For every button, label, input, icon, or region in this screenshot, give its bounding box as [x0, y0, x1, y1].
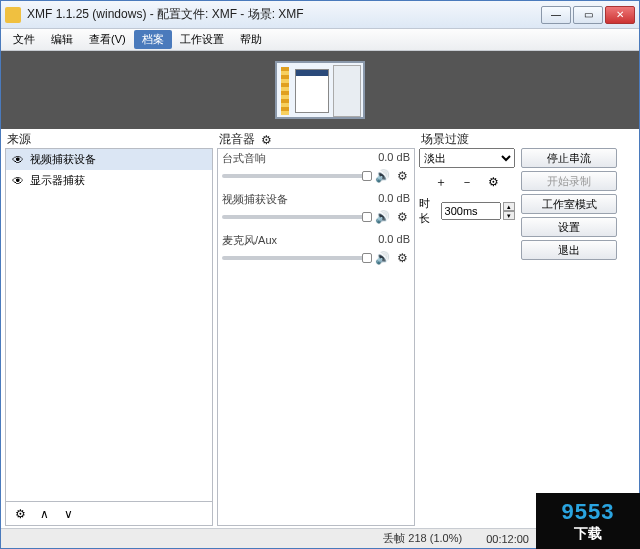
- menu-edit[interactable]: 编辑: [43, 30, 81, 49]
- gear-icon[interactable]: ⚙: [394, 209, 410, 225]
- mixer-channel: 视频捕获设备 0.0 dB 🔊 ⚙: [218, 190, 414, 231]
- elapsed-time: 00:12:00: [486, 533, 529, 545]
- source-item[interactable]: 👁 显示器捕获: [6, 170, 212, 191]
- duration-label: 时长: [419, 196, 439, 226]
- source-item[interactable]: 👁 视频捕获设备: [6, 149, 212, 170]
- gear-icon[interactable]: ⚙: [394, 168, 410, 184]
- dropped-frames: 丢帧 218 (1.0%): [383, 531, 462, 546]
- volume-slider[interactable]: [222, 174, 370, 178]
- sources-header: 来源: [7, 131, 31, 148]
- studio-mode-button[interactable]: 工作室模式: [521, 194, 617, 214]
- speaker-icon[interactable]: 🔊: [374, 250, 390, 266]
- app-icon: [5, 7, 21, 23]
- spin-down-icon[interactable]: ▾: [503, 211, 515, 220]
- volume-slider[interactable]: [222, 256, 370, 260]
- start-record-button[interactable]: 开始录制: [521, 171, 617, 191]
- window-title: XMF 1.1.25 (windows) - 配置文件: XMF - 场景: X…: [27, 6, 539, 23]
- mixer-list: 台式音响 0.0 dB 🔊 ⚙ 视频捕获设备 0.0 dB: [217, 148, 415, 526]
- settings-button[interactable]: 设置: [521, 217, 617, 237]
- move-down-icon[interactable]: ∨: [60, 506, 76, 522]
- channel-db: 0.0 dB: [378, 151, 410, 166]
- spin-up-icon[interactable]: ▴: [503, 202, 515, 211]
- menu-view[interactable]: 查看(V): [81, 30, 134, 49]
- gear-icon[interactable]: ⚙: [485, 174, 501, 190]
- eye-icon[interactable]: 👁: [12, 174, 24, 188]
- channel-db: 0.0 dB: [378, 192, 410, 207]
- eye-icon[interactable]: 👁: [12, 153, 24, 167]
- menubar: 文件 编辑 查看(V) 档案 工作设置 帮助: [1, 29, 639, 51]
- gear-icon[interactable]: ⚙: [12, 506, 28, 522]
- source-label: 显示器捕获: [30, 173, 85, 188]
- add-icon[interactable]: ＋: [433, 174, 449, 190]
- exit-button[interactable]: 退出: [521, 240, 617, 260]
- sources-list: 👁 视频捕获设备 👁 显示器捕获: [5, 148, 213, 502]
- maximize-button[interactable]: ▭: [573, 6, 603, 24]
- menu-work[interactable]: 工作设置: [172, 30, 232, 49]
- move-up-icon[interactable]: ∧: [36, 506, 52, 522]
- channel-name: 麦克风/Aux: [222, 233, 277, 248]
- transition-select[interactable]: 淡出: [419, 148, 515, 168]
- watermark: 9553 下载: [536, 493, 640, 549]
- scene-header: 场景过渡: [421, 131, 469, 148]
- sources-toolbar: ⚙ ∧ ∨: [5, 502, 213, 526]
- volume-slider[interactable]: [222, 215, 370, 219]
- menu-profile[interactable]: 档案: [134, 30, 172, 49]
- source-label: 视频捕获设备: [30, 152, 96, 167]
- preview-thumbnail[interactable]: [275, 61, 365, 119]
- close-button[interactable]: ✕: [605, 6, 635, 24]
- mixer-header: 混音器: [219, 131, 255, 148]
- menu-help[interactable]: 帮助: [232, 30, 270, 49]
- channel-db: 0.0 dB: [378, 233, 410, 248]
- duration-input[interactable]: [441, 202, 501, 220]
- speaker-icon[interactable]: 🔊: [374, 209, 390, 225]
- preview-area: [1, 51, 639, 129]
- minimize-button[interactable]: —: [541, 6, 571, 24]
- remove-icon[interactable]: －: [459, 174, 475, 190]
- mixer-channel: 麦克风/Aux 0.0 dB 🔊 ⚙: [218, 231, 414, 272]
- menu-file[interactable]: 文件: [5, 30, 43, 49]
- speaker-icon[interactable]: 🔊: [374, 168, 390, 184]
- channel-name: 视频捕获设备: [222, 192, 288, 207]
- channel-name: 台式音响: [222, 151, 266, 166]
- mixer-channel: 台式音响 0.0 dB 🔊 ⚙: [218, 149, 414, 190]
- gear-icon[interactable]: ⚙: [394, 250, 410, 266]
- stop-stream-button[interactable]: 停止串流: [521, 148, 617, 168]
- gear-icon[interactable]: ⚙: [261, 133, 272, 147]
